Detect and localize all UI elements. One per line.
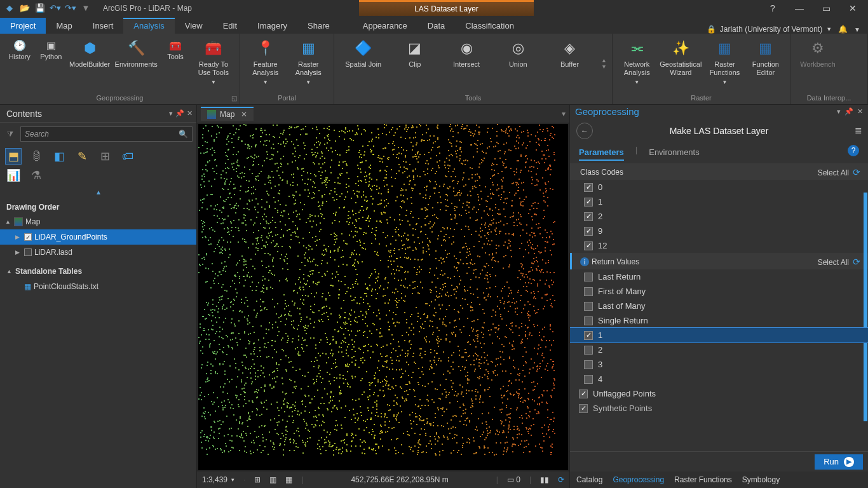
pin-icon[interactable]: 📌 [844,107,853,116]
refresh-icon[interactable]: ⟳ [558,475,564,484]
workbench-button[interactable]: ⚙Workbench [796,36,840,70]
user-label[interactable]: 🔒 Jarlath (University of Vermont) ▼ [707,25,832,34]
list-by-drawing-icon[interactable]: ⬒ [5,148,22,165]
bottom-tab-rasterfn[interactable]: Raster Functions [674,475,732,484]
tri-icon[interactable]: ▲ [5,219,11,225]
refresh-icon[interactable]: ⟳ [853,257,860,267]
tab-data[interactable]: Data [417,18,455,34]
chk-class-0[interactable]: 0 [570,180,868,194]
checkbox[interactable] [584,198,593,207]
map-canvas[interactable] [198,124,568,470]
chk-return-4[interactable]: 4 [570,372,868,386]
table-pointcloudstats[interactable]: ▦ PointCloudStats.txt [0,279,196,294]
checkbox[interactable] [584,227,593,236]
checkbox[interactable] [584,331,593,340]
list-by-source-icon[interactable]: 🛢 [28,148,44,165]
tri-icon[interactable]: ▶ [15,249,22,255]
checkbox[interactable] [584,346,593,355]
close-tab-icon[interactable]: ✕ [241,110,247,119]
tab-menu-icon[interactable]: ▾ [562,109,566,118]
layer-lasd[interactable]: ▶ LiDAR.lasd [0,245,196,260]
minimize-button[interactable]: — [787,0,812,16]
checkbox[interactable] [579,404,588,413]
scale[interactable]: 1:3,439 ▾ [202,475,234,484]
checkbox[interactable] [584,183,593,192]
launcher-icon[interactable]: ◱ [231,95,237,102]
raster-analysis-button[interactable]: ▦Raster Analysis▼ [288,36,329,88]
coords[interactable]: 452,725.66E 262,208.95N m [313,475,487,484]
tri-icon[interactable]: ▲ [6,268,13,274]
tree-map[interactable]: ▲ Map [0,214,196,229]
tab-project[interactable]: Project [0,18,46,34]
select-all[interactable]: Select All [818,168,849,177]
close-panel-icon[interactable]: ✕ [187,109,193,118]
list-by-selection-icon[interactable]: ◧ [51,148,67,165]
chk-return-first-of-many[interactable]: First of Many [570,284,868,299]
union-button[interactable]: ◎Union [498,36,538,70]
tri-icon[interactable]: ▶ [15,234,22,240]
checkbox[interactable] [584,287,593,296]
selection-icon[interactable]: ▭ 0 [507,475,520,484]
chk-return-2[interactable]: 2 [570,342,868,357]
qat-more-icon[interactable]: ▼ [80,3,92,14]
checkbox[interactable] [584,241,593,250]
clip-button[interactable]: ◪Clip [395,36,435,70]
tab-edit[interactable]: Edit [213,18,247,34]
checkbox[interactable]: ✓ [24,233,32,241]
spatial-join-button[interactable]: 🔷Spatial Join [343,36,383,70]
subtab-environments[interactable]: Environments [649,145,699,161]
snap-icon[interactable]: ▥ [269,475,276,484]
measure-icon[interactable]: ⚗ [28,167,44,184]
list-by-snapping-icon[interactable]: ⊞ [97,148,113,165]
undo-icon[interactable]: ↶▾ [50,3,61,14]
tools-button[interactable]: 🧰Tools [161,36,190,62]
raster-functions-button[interactable]: ▦Raster Functions▼ [705,36,743,88]
refresh-icon[interactable]: ⟳ [853,167,860,177]
chk-return-single-return[interactable]: Single Return [570,313,868,328]
network-analysis-button[interactable]: ⫘Network Analysis▼ [618,36,656,88]
tab-imagery[interactable]: Imagery [247,18,297,34]
intersect-button[interactable]: ◉Intersect [446,36,486,70]
subtab-parameters[interactable]: Parameters [579,145,624,161]
checkbox[interactable] [584,360,593,369]
help-button[interactable]: ? [760,0,785,16]
tab-insert[interactable]: Insert [83,18,124,34]
ready-tools-button[interactable]: 🧰Ready To Use Tools▼ [193,36,234,88]
chk-return-last-return[interactable]: Last Return [570,269,868,284]
chk-class-2[interactable]: 2 [570,209,868,224]
help-icon[interactable]: ? [848,145,859,156]
ribbon-collapse-icon[interactable]: ▼ [854,26,860,33]
run-button[interactable]: Run ▶ [815,454,863,470]
tab-classification[interactable]: Classification [455,18,524,34]
menu-icon[interactable]: ≡ [855,125,862,138]
open-icon[interactable]: 📂 [19,3,31,14]
collapse-bar-icon[interactable]: ▴ [0,186,196,198]
save-icon[interactable]: 💾 [34,3,46,14]
modelbuilder-button[interactable]: ⬢ModelBuilder [68,36,111,70]
list-by-labeling-icon[interactable]: 🏷 [119,148,136,165]
checkbox[interactable] [584,273,593,281]
chk-class-12[interactable]: 12 [570,238,868,253]
map-tab[interactable]: Map ✕ [201,107,254,121]
select-all[interactable]: Select All [818,258,849,267]
chart-icon[interactable]: 📊 [5,167,22,184]
bottom-tab-geoprocessing[interactable]: Geoprocessing [613,475,664,484]
chk-unflagged[interactable]: Unflagged Points [570,386,868,401]
pause-icon[interactable]: ▮▮ [540,475,549,484]
layer-groundpoints[interactable]: ▶ ✓ LiDAR_GroundPoints [0,229,196,245]
tab-analysis[interactable]: Analysis [123,18,174,34]
list-by-editing-icon[interactable]: ✎ [74,148,90,165]
environments-button[interactable]: 🔨Environments [114,36,158,70]
pin-icon[interactable]: 📌 [175,109,184,118]
grid-icon[interactable]: ⊞ [254,475,261,484]
checkbox[interactable] [584,212,593,221]
gallery-more-icon[interactable]: ▲▼ [601,57,607,70]
tab-map[interactable]: Map [46,18,82,34]
checkbox[interactable] [584,375,593,384]
bottom-tab-symbology[interactable]: Symbology [742,475,780,484]
chk-return-3[interactable]: 3 [570,357,868,372]
bell-icon[interactable]: 🔔 [838,25,848,34]
function-editor-button[interactable]: ▦Function Editor [747,36,785,78]
checkbox[interactable] [579,390,588,398]
bottom-tab-catalog[interactable]: Catalog [576,475,602,484]
